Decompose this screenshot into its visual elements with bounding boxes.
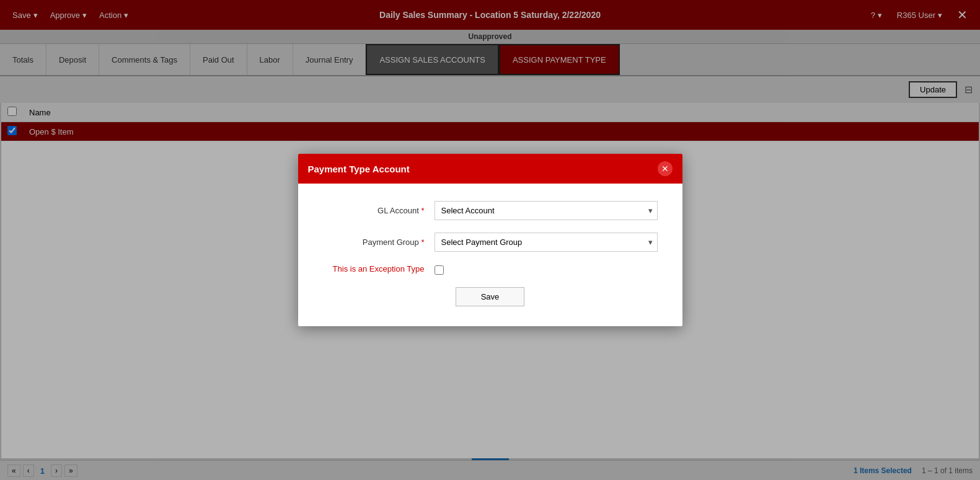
payment-type-account-modal: Payment Type Account ✕ GL Account * Sele… xyxy=(298,154,682,326)
payment-group-select[interactable]: Select Payment Group xyxy=(435,233,658,252)
gl-account-select-wrapper: Select Account ▾ xyxy=(435,201,658,220)
payment-group-required: * xyxy=(421,238,424,247)
modal-header: Payment Type Account ✕ xyxy=(298,154,682,184)
payment-group-select-wrapper: Select Payment Group ▾ xyxy=(435,233,658,252)
modal-overlay: Payment Type Account ✕ GL Account * Sele… xyxy=(0,0,980,480)
exception-label: This is an Exception Type xyxy=(323,264,435,273)
gl-account-label: GL Account * xyxy=(323,206,435,215)
gl-account-select[interactable]: Select Account xyxy=(435,201,658,220)
modal-footer: Save xyxy=(323,287,658,306)
payment-group-label: Payment Group * xyxy=(323,238,435,247)
payment-group-row: Payment Group * Select Payment Group ▾ xyxy=(323,233,658,252)
modal-save-button[interactable]: Save xyxy=(456,287,525,306)
modal-body: GL Account * Select Account ▾ Payment Gr… xyxy=(298,184,682,326)
modal-close-button[interactable]: ✕ xyxy=(658,161,673,176)
exception-type-checkbox[interactable] xyxy=(435,265,444,275)
gl-account-row: GL Account * Select Account ▾ xyxy=(323,201,658,220)
modal-title: Payment Type Account xyxy=(308,164,410,174)
exception-type-row: This is an Exception Type xyxy=(323,264,658,275)
gl-account-required: * xyxy=(421,206,424,215)
